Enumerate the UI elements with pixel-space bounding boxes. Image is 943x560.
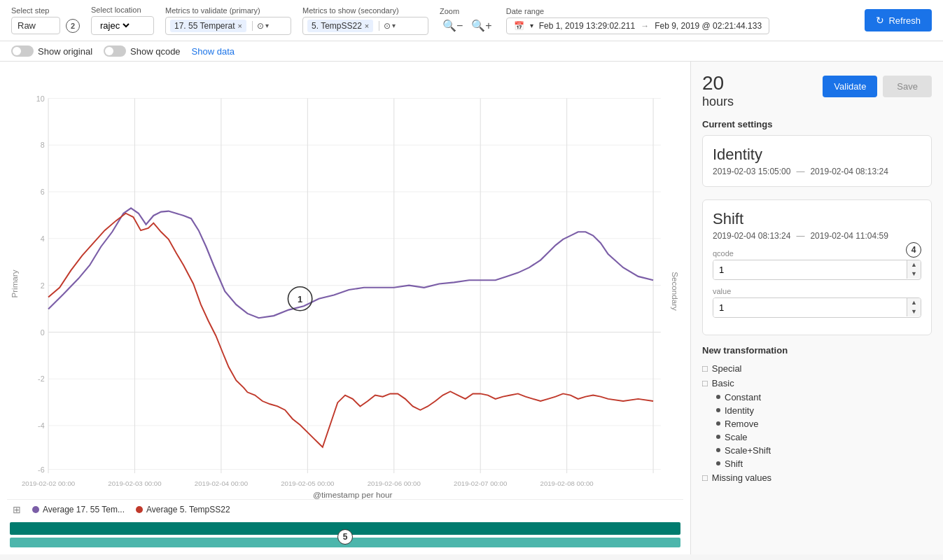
item-label-shift: Shift [725,458,743,469]
step-badge-2: 2 [66,19,80,33]
qcode-input[interactable] [713,260,907,279]
item-dot-constant [716,395,720,399]
location-select[interactable]: rajec [97,20,132,31]
qcode-label: qcode [713,249,921,258]
svg-text:2019-02-03 00:00: 2019-02-03 00:00 [108,479,161,487]
svg-text:6: 6 [41,188,45,196]
current-settings-section: Current settings Identity 2019-02-03 15:… [702,119,932,190]
shift-date-to: 2019-02-04 11:04:59 [810,231,888,241]
svg-text:4: 4 [41,234,45,243]
shift-dash: — [796,231,804,241]
metrics-primary-label: Metrics to validate (primary) [165,6,291,15]
metrics-primary-close[interactable]: × [238,22,242,30]
svg-text:2019-02-08 00:00: 2019-02-08 00:00 [540,479,594,487]
show-original-toggle[interactable] [11,46,34,57]
chevron-calendar-icon: ▾ [530,22,533,29]
svg-text:Primary: Primary [10,270,19,298]
shift-date-from: 2019-02-04 08:13:24 [713,231,790,241]
metrics-primary-pill[interactable]: 17. 55 Temperat × [170,20,246,32]
value-spinners: ▲ ▼ [907,298,921,316]
hours-unit: hours [702,94,734,109]
svg-text:2019-02-04 00:00: 2019-02-04 00:00 [195,479,248,487]
select-location-box[interactable]: rajec [91,16,154,35]
select-step-box[interactable]: Raw [11,17,60,34]
legend-item-purple: Average 17. 55 Tem... [32,505,125,514]
top-toolbar: Select step Raw 2 Select location rajec … [0,0,943,41]
metrics-secondary-close[interactable]: × [365,22,369,30]
transform-item-identity[interactable]: Identity [702,404,932,417]
folder-missing[interactable]: □ Missing values [702,470,932,485]
hours-row: 20 hours Validate Save [702,73,932,109]
new-transform-section: New transformation □ Special □ Basic Con… [702,345,932,485]
select-step-value: Raw [18,20,36,31]
show-data-link[interactable]: Show data [192,46,235,57]
svg-text:-2: -2 [38,375,45,384]
value-spin-up[interactable]: ▲ [907,298,921,307]
legend-label-red: Average 5. TempSS22 [146,505,230,514]
date-range-label: Date range [506,7,769,15]
zoom-label: Zoom [440,7,495,15]
svg-text:2019-02-07 00:00: 2019-02-07 00:00 [454,479,507,487]
refresh-button[interactable]: ↻ Refresh [865,9,932,31]
svg-text:-4: -4 [38,421,45,430]
legend-dot-purple [32,506,39,513]
metrics-secondary-pill[interactable]: 5. TempSS22 × [307,20,373,32]
transform-item-shift[interactable]: Shift [702,457,932,470]
metrics-secondary-container[interactable]: 5. TempSS22 × ⊙ ▾ [302,17,428,35]
legend-dot-red [136,506,143,513]
transform-item-remove[interactable]: Remove [702,417,932,430]
transform-item-constant[interactable]: Constant [702,391,932,404]
qcode-field-group: qcode ▲ ▼ [713,249,921,280]
qcode-spinners: ▲ ▼ [907,260,921,279]
item-dot-remove [716,421,720,426]
chart-svg: Primary 10 8 6 4 2 0 -2 -4 [7,69,683,499]
folder-special-icon: □ [702,363,708,374]
svg-text:@timestamp per hour: @timestamp per hour [313,490,393,499]
show-qcode-toggle[interactable] [104,46,126,57]
metrics-primary-addon[interactable]: ⊙ ▾ [252,21,269,31]
item-label-constant: Constant [725,392,761,402]
item-label-scaleshift: Scale+Shift [725,445,771,456]
show-original-group: Show original [11,46,92,57]
transform-item-scale[interactable]: Scale [702,430,932,444]
select-step-label: Select step [11,6,80,15]
transform-list: □ Special □ Basic Constant Identity [702,361,932,485]
svg-text:2: 2 [41,281,45,290]
item-label-identity: Identity [725,405,754,416]
hours-number: 20 [702,73,734,94]
new-transform-title: New transformation [702,345,932,356]
metrics-secondary-label: Metrics to show (secondary) [302,6,428,15]
shift-card: Shift 2019-02-04 08:13:24 — 2019-02-04 1… [702,200,932,335]
metrics-secondary-addon[interactable]: ⊙ ▾ [379,21,396,31]
zoom-in-button[interactable]: 🔍+ [468,18,494,34]
metrics-primary-container[interactable]: 17. 55 Temperat × ⊙ ▾ [165,17,291,35]
save-button[interactable]: Save [883,76,932,97]
date-range-box[interactable]: 📅 ▾ Feb 1, 2019 13:29:02.211 → Feb 9, 20… [506,18,769,34]
show-qcode-group: Show qcode [104,46,181,57]
select-location-label: Select location [91,6,154,14]
chart-legend: ⊞ Average 17. 55 Tem... Average 5. TempS… [7,499,683,519]
chart-canvas: Primary 10 8 6 4 2 0 -2 -4 [7,69,683,499]
svg-text:1: 1 [298,294,302,304]
legend-label-purple: Average 17. 55 Tem... [43,505,125,514]
date-to: Feb 9, 2019 @ 02:21:44.133 [655,21,762,31]
qcode-spin-up[interactable]: ▲ [907,260,921,270]
zoom-out-button[interactable]: 🔍− [440,18,466,34]
qcode-spin-down[interactable]: ▼ [907,270,921,279]
value-label: value [713,287,921,295]
folder-special[interactable]: □ Special [702,361,932,376]
show-qcode-label: Show qcode [130,46,181,57]
metrics-primary-group: Metrics to validate (primary) 17. 55 Tem… [165,6,291,35]
value-spin-down[interactable]: ▼ [907,307,921,316]
svg-text:2019-02-02 00:00: 2019-02-02 00:00 [22,479,75,487]
identity-date-from: 2019-02-03 15:05:00 [713,167,790,176]
validate-button[interactable]: Validate [823,76,877,97]
transform-item-scaleshift[interactable]: Scale+Shift [702,444,932,457]
folder-basic[interactable]: □ Basic [702,376,932,391]
folder-basic-label: Basic [712,378,734,388]
svg-text:Secondary: Secondary [671,272,680,311]
value-input[interactable] [713,298,907,317]
svg-text:-6: -6 [38,465,45,474]
svg-text:0: 0 [41,328,45,337]
zoom-group: Zoom 🔍− 🔍+ [440,7,495,34]
